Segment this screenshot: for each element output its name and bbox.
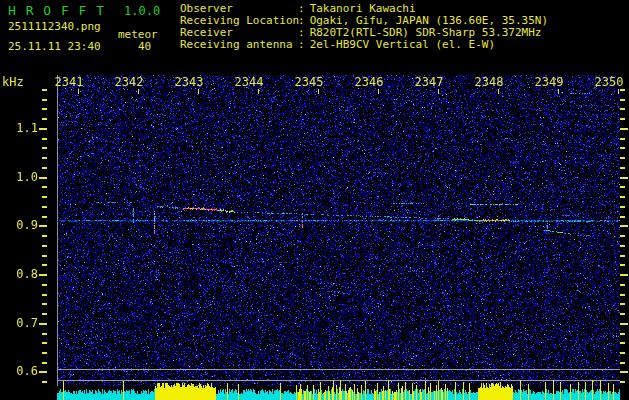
freq-tick-left bbox=[42, 284, 47, 286]
freq-tick-left bbox=[39, 177, 47, 179]
info-colon: : bbox=[298, 39, 305, 51]
freq-tick-left bbox=[39, 323, 47, 325]
freq-tick-right bbox=[620, 157, 625, 159]
freq-tick-left bbox=[42, 294, 47, 296]
datetime-label: 25.11.11 23:40 bbox=[8, 40, 101, 53]
freq-tick-right bbox=[620, 206, 625, 208]
freq-tick-right bbox=[620, 255, 625, 257]
app-title: H R O F F T bbox=[8, 3, 105, 18]
freq-tick-right bbox=[620, 352, 625, 354]
freq-tick-right bbox=[620, 362, 625, 364]
info-value: 2el-HB9CV Vertical (el. E-W) bbox=[310, 39, 495, 51]
freq-tick-left bbox=[42, 264, 47, 266]
freq-tick-right bbox=[620, 235, 625, 237]
freq-tick-left bbox=[42, 333, 47, 335]
freq-tick-label: 1.1 bbox=[8, 122, 38, 135]
freq-tick-label: 0.6 bbox=[8, 365, 38, 378]
freq-tick-left bbox=[42, 216, 47, 218]
freq-tick-left bbox=[39, 371, 47, 373]
station-info: Observer : Takanori Kawachi Receiving Lo… bbox=[180, 3, 548, 51]
freq-tick-right bbox=[620, 245, 625, 247]
freq-tick-right bbox=[620, 147, 625, 149]
freq-tick-right bbox=[620, 371, 628, 373]
echo-count: 40 bbox=[138, 40, 151, 53]
freq-tick-right bbox=[620, 99, 625, 101]
freq-tick-left bbox=[42, 196, 47, 198]
freq-tick-left bbox=[42, 147, 47, 149]
freq-tick-left bbox=[42, 235, 47, 237]
freq-tick-left bbox=[42, 381, 47, 383]
freq-tick-right bbox=[620, 108, 625, 110]
freq-tick-right bbox=[620, 138, 625, 140]
freq-tick-left bbox=[42, 303, 47, 305]
freq-tick-label: 0.9 bbox=[8, 219, 38, 232]
freq-tick-right bbox=[620, 167, 625, 169]
freq-tick-right bbox=[620, 128, 628, 130]
freq-tick-left bbox=[42, 138, 47, 140]
spectrogram-canvas bbox=[57, 75, 620, 400]
info-label: Receiving antenna bbox=[180, 39, 298, 51]
freq-tick-left bbox=[42, 118, 47, 120]
freq-tick-left bbox=[42, 89, 47, 91]
freq-tick-label: 1.0 bbox=[8, 171, 38, 184]
freq-tick-right bbox=[620, 264, 625, 266]
freq-tick-left bbox=[42, 167, 47, 169]
freq-tick-right bbox=[620, 313, 625, 315]
freq-tick-left bbox=[42, 108, 47, 110]
freq-tick-right bbox=[620, 177, 628, 179]
freq-tick-left bbox=[42, 157, 47, 159]
freq-tick-left bbox=[42, 186, 47, 188]
freq-tick-right bbox=[620, 118, 625, 120]
freq-tick-left bbox=[42, 313, 47, 315]
freq-tick-right bbox=[620, 89, 625, 91]
freq-tick-left bbox=[42, 206, 47, 208]
app-version: 1.0.0 bbox=[124, 4, 160, 18]
freq-tick-left bbox=[42, 352, 47, 354]
freq-tick-left bbox=[42, 342, 47, 344]
freq-tick-right bbox=[620, 381, 625, 383]
freq-tick-right bbox=[620, 333, 625, 335]
freq-tick-right bbox=[620, 225, 628, 227]
freq-tick-left bbox=[42, 99, 47, 101]
freq-tick-right bbox=[620, 216, 625, 218]
freq-tick-left bbox=[39, 225, 47, 227]
hrofft-output: H R O F F T 1.0.0 2511112340.png meteor … bbox=[0, 0, 629, 400]
freq-tick-left bbox=[39, 128, 47, 130]
freq-tick-label: 0.8 bbox=[8, 268, 38, 281]
freq-tick-left bbox=[42, 362, 47, 364]
freq-tick-left bbox=[39, 274, 47, 276]
output-filename: 2511112340.png bbox=[8, 20, 101, 33]
freq-tick-right bbox=[620, 303, 625, 305]
freq-tick-right bbox=[620, 196, 625, 198]
freq-tick-label: 0.7 bbox=[8, 317, 38, 330]
freq-tick-left bbox=[42, 255, 47, 257]
freq-axis-unit: kHz bbox=[2, 76, 24, 89]
info-row-antenna: Receiving antenna : 2el-HB9CV Vertical (… bbox=[180, 39, 548, 51]
freq-tick-right bbox=[620, 342, 625, 344]
freq-tick-right bbox=[620, 294, 625, 296]
freq-tick-right bbox=[620, 186, 625, 188]
freq-tick-left bbox=[42, 245, 47, 247]
freq-tick-right bbox=[620, 274, 628, 276]
freq-tick-right bbox=[620, 284, 625, 286]
freq-tick-right bbox=[620, 323, 628, 325]
